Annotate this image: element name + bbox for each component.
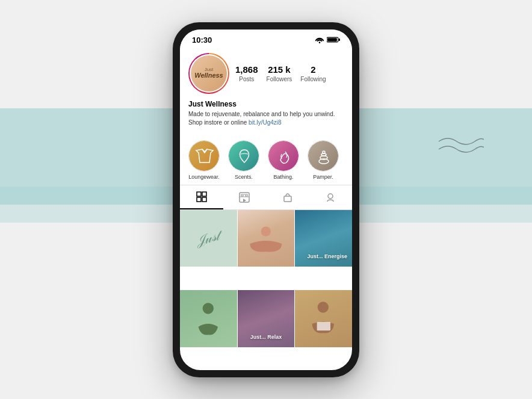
svg-rect-2 <box>339 39 340 41</box>
status-icons <box>315 36 340 43</box>
highlight-scents-circle <box>228 140 259 172</box>
grid-cell-1-script: 𝒥𝓊𝓈𝓉 <box>196 227 221 249</box>
following-count: 2 <box>311 64 315 75</box>
profile-name: Just Wellness <box>188 100 344 108</box>
grid-cell-1-content: 𝒥𝓊𝓈𝓉 <box>180 210 237 267</box>
decoration-squiggle <box>436 132 484 156</box>
highlight-bathing-circle <box>268 140 299 172</box>
nav-tabs <box>180 185 352 210</box>
highlight-bathing-bg <box>268 141 298 171</box>
highlight-pamper-circle <box>308 140 339 172</box>
highlight-bathing-label: Bathing. <box>273 174 293 180</box>
grid-cell-3-bg: Just... Energise <box>295 210 352 267</box>
grid-cell-6-bg <box>295 290 352 347</box>
wifi-icon <box>315 36 324 43</box>
loungewear-icon <box>189 141 220 172</box>
profile-link[interactable]: bit.ly/Ug4zi8 <box>249 119 281 126</box>
reading-illustration <box>295 290 352 347</box>
highlight-loungewear-circle <box>188 140 220 172</box>
status-time: 10:30 <box>192 36 212 45</box>
highlights-row: Loungewear. Scents. <box>180 135 352 185</box>
highlight-bathing[interactable]: Bathing. <box>268 140 299 180</box>
grid-cell-6-content <box>295 290 352 347</box>
grid-cell-4[interactable] <box>180 290 237 347</box>
reels-icon <box>239 192 250 203</box>
profile-description: Made to rejuvenate, rebalance and to hel… <box>188 110 344 127</box>
svg-point-0 <box>319 42 321 43</box>
grid-cell-2[interactable] <box>238 210 295 267</box>
grid-cell-3-text: Just... Energise <box>305 251 350 262</box>
posts-count: 1,868 <box>235 64 258 75</box>
svg-rect-13 <box>284 196 291 202</box>
avatar[interactable]: Just Wellness <box>191 55 227 91</box>
avatar-wellness-text: Wellness <box>194 72 223 79</box>
followers-label: Followers <box>267 76 292 82</box>
grid-cell-2-content <box>238 210 295 267</box>
photo-grid: 𝒥𝓊𝓈𝓉 <box>180 210 352 370</box>
tagged-icon <box>325 192 336 203</box>
highlight-pamper[interactable]: Pamper. <box>308 140 339 180</box>
highlight-loungewear[interactable]: Loungewear. <box>188 140 220 180</box>
highlight-scents-bg <box>229 141 259 171</box>
grid-cell-5[interactable]: Just... Relax <box>238 290 295 347</box>
grid-cell-1[interactable]: 𝒥𝓊𝓈𝓉 <box>180 210 237 267</box>
bathing-icon <box>268 141 299 172</box>
profile-bio: Just Wellness Made to rejuvenate, rebala… <box>188 100 344 127</box>
phone-screen: 10:30 <box>180 29 352 370</box>
svg-point-17 <box>318 302 329 312</box>
tab-tagged[interactable] <box>309 185 353 209</box>
grid-cell-4-content <box>180 290 237 347</box>
grid-cell-6[interactable] <box>295 290 352 347</box>
svg-rect-3 <box>327 38 337 42</box>
stat-following[interactable]: 2 Following <box>300 64 326 82</box>
grid-cell-5-content: Just... Relax <box>238 290 295 347</box>
shop-icon <box>282 192 293 203</box>
stat-followers[interactable]: 215 k Followers <box>267 64 292 82</box>
profile-header: Just Wellness 1,868 Posts 215 k Follower… <box>188 53 344 94</box>
grid-cell-2-bg <box>238 210 295 267</box>
svg-point-15 <box>261 226 270 236</box>
svg-rect-18 <box>317 322 330 330</box>
highlight-pamper-label: Pamper. <box>313 174 333 180</box>
avatar-ring: Just Wellness <box>188 53 229 94</box>
meditation-illustration <box>180 290 237 347</box>
highlight-loungewear-label: Loungewear. <box>188 174 220 180</box>
svg-rect-9 <box>202 192 206 196</box>
svg-rect-11 <box>202 197 206 202</box>
svg-point-16 <box>203 303 214 314</box>
svg-rect-8 <box>197 192 201 196</box>
scents-icon <box>229 141 259 172</box>
profile-stats: 1,868 Posts 215 k Followers 2 Following <box>235 64 326 82</box>
tab-shop[interactable] <box>266 185 309 209</box>
highlight-loungewear-bg <box>189 141 219 171</box>
following-label: Following <box>300 76 326 82</box>
highlight-scents[interactable]: Scents. <box>228 140 259 180</box>
grid-icon <box>196 191 207 202</box>
highlight-pamper-bg <box>308 141 338 171</box>
status-bar: 10:30 <box>180 29 352 47</box>
profile-section: Just Wellness 1,868 Posts 215 k Follower… <box>180 47 352 135</box>
posts-label: Posts <box>239 76 254 82</box>
spa-illustration <box>238 210 295 267</box>
battery-icon <box>327 36 340 43</box>
highlight-scents-label: Scents. <box>235 174 253 180</box>
phone-frame: 10:30 <box>173 22 359 377</box>
tab-grid[interactable] <box>180 185 223 209</box>
followers-count: 215 k <box>268 64 291 75</box>
svg-rect-10 <box>197 197 201 202</box>
grid-cell-4-bg <box>180 290 237 347</box>
svg-point-7 <box>323 151 325 153</box>
pamper-icon <box>308 141 339 172</box>
grid-cell-5-text: Just... Relax <box>240 332 292 342</box>
tab-reels[interactable] <box>223 185 267 209</box>
grid-cell-5-bg: Just... Relax <box>238 290 295 347</box>
svg-point-14 <box>328 194 333 199</box>
grid-cell-3-content: Just... Energise <box>295 210 352 267</box>
grid-cell-3[interactable]: Just... Energise <box>295 210 352 267</box>
stat-posts[interactable]: 1,868 Posts <box>235 64 258 82</box>
